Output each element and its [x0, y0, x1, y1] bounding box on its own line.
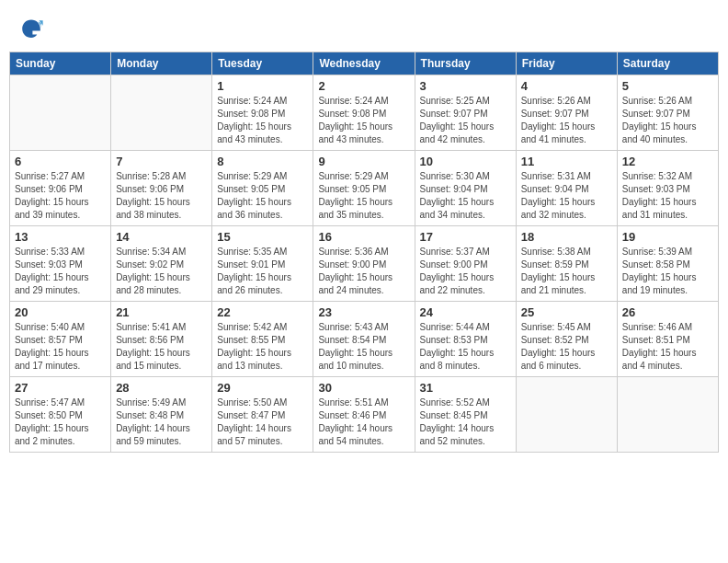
- day-number: 28: [116, 381, 207, 395]
- day-info: Sunrise: 5:41 AM Sunset: 8:56 PM Dayligh…: [116, 321, 207, 373]
- calendar-cell: 15Sunrise: 5:35 AM Sunset: 9:01 PM Dayli…: [212, 226, 313, 302]
- day-number: 29: [217, 381, 308, 395]
- calendar-cell: 23Sunrise: 5:43 AM Sunset: 8:54 PM Dayli…: [313, 302, 415, 377]
- calendar-week-4: 20Sunrise: 5:40 AM Sunset: 8:57 PM Dayli…: [10, 302, 719, 377]
- column-header-thursday: Thursday: [415, 52, 516, 75]
- day-info: Sunrise: 5:37 AM Sunset: 9:00 PM Dayligh…: [420, 246, 511, 297]
- day-info: Sunrise: 5:34 AM Sunset: 9:02 PM Dayligh…: [116, 246, 207, 297]
- calendar-week-2: 6Sunrise: 5:27 AM Sunset: 9:06 PM Daylig…: [10, 151, 719, 226]
- calendar-cell: 9Sunrise: 5:29 AM Sunset: 9:05 PM Daylig…: [313, 151, 415, 226]
- day-info: Sunrise: 5:30 AM Sunset: 9:04 PM Dayligh…: [420, 170, 511, 222]
- day-number: 22: [217, 305, 308, 319]
- calendar-cell: [516, 377, 617, 453]
- calendar-cell: [111, 75, 212, 151]
- day-info: Sunrise: 5:35 AM Sunset: 9:01 PM Dayligh…: [217, 246, 308, 297]
- day-number: 25: [521, 305, 612, 319]
- day-number: 13: [15, 230, 106, 244]
- calendar-cell: 19Sunrise: 5:39 AM Sunset: 8:58 PM Dayli…: [617, 226, 718, 302]
- calendar-week-1: 1Sunrise: 5:24 AM Sunset: 9:08 PM Daylig…: [10, 75, 719, 151]
- calendar-week-5: 27Sunrise: 5:47 AM Sunset: 8:50 PM Dayli…: [10, 377, 719, 453]
- day-info: Sunrise: 5:33 AM Sunset: 9:03 PM Dayligh…: [15, 246, 106, 297]
- day-info: Sunrise: 5:28 AM Sunset: 9:06 PM Dayligh…: [116, 170, 207, 222]
- logo: [18, 17, 48, 42]
- calendar-cell: 18Sunrise: 5:38 AM Sunset: 8:59 PM Dayli…: [516, 226, 617, 302]
- day-info: Sunrise: 5:27 AM Sunset: 9:06 PM Dayligh…: [15, 170, 106, 222]
- calendar-cell: 13Sunrise: 5:33 AM Sunset: 9:03 PM Dayli…: [10, 226, 111, 302]
- calendar-cell: 22Sunrise: 5:42 AM Sunset: 8:55 PM Dayli…: [212, 302, 313, 377]
- day-info: Sunrise: 5:43 AM Sunset: 8:54 PM Dayligh…: [318, 321, 409, 373]
- day-number: 4: [521, 79, 612, 93]
- page-header: [9, 9, 719, 46]
- column-header-sunday: Sunday: [10, 52, 111, 75]
- day-number: 27: [15, 381, 106, 395]
- day-number: 14: [116, 230, 207, 244]
- day-info: Sunrise: 5:25 AM Sunset: 9:07 PM Dayligh…: [420, 95, 511, 146]
- calendar-cell: [10, 75, 111, 151]
- calendar-cell: 14Sunrise: 5:34 AM Sunset: 9:02 PM Dayli…: [111, 226, 212, 302]
- column-header-monday: Monday: [111, 52, 212, 75]
- calendar-cell: 24Sunrise: 5:44 AM Sunset: 8:53 PM Dayli…: [415, 302, 516, 377]
- day-number: 18: [521, 230, 612, 244]
- day-info: Sunrise: 5:47 AM Sunset: 8:50 PM Dayligh…: [15, 396, 106, 448]
- calendar-cell: 27Sunrise: 5:47 AM Sunset: 8:50 PM Dayli…: [10, 377, 111, 453]
- day-number: 21: [116, 305, 207, 319]
- calendar-cell: 7Sunrise: 5:28 AM Sunset: 9:06 PM Daylig…: [111, 151, 212, 226]
- day-info: Sunrise: 5:40 AM Sunset: 8:57 PM Dayligh…: [15, 321, 106, 373]
- calendar-cell: 16Sunrise: 5:36 AM Sunset: 9:00 PM Dayli…: [313, 226, 415, 302]
- day-number: 15: [217, 230, 308, 244]
- day-number: 1: [217, 79, 308, 93]
- calendar-week-3: 13Sunrise: 5:33 AM Sunset: 9:03 PM Dayli…: [10, 226, 719, 302]
- day-number: 23: [318, 305, 409, 319]
- day-info: Sunrise: 5:36 AM Sunset: 9:00 PM Dayligh…: [318, 246, 409, 297]
- calendar-cell: 12Sunrise: 5:32 AM Sunset: 9:03 PM Dayli…: [617, 151, 718, 226]
- calendar-header-row: SundayMondayTuesdayWednesdayThursdayFrid…: [10, 52, 719, 75]
- column-header-wednesday: Wednesday: [313, 52, 415, 75]
- calendar-cell: 4Sunrise: 5:26 AM Sunset: 9:07 PM Daylig…: [516, 75, 617, 151]
- calendar-cell: 3Sunrise: 5:25 AM Sunset: 9:07 PM Daylig…: [415, 75, 516, 151]
- calendar-cell: 26Sunrise: 5:46 AM Sunset: 8:51 PM Dayli…: [617, 302, 718, 377]
- day-number: 3: [420, 79, 511, 93]
- calendar-cell: 21Sunrise: 5:41 AM Sunset: 8:56 PM Dayli…: [111, 302, 212, 377]
- day-info: Sunrise: 5:42 AM Sunset: 8:55 PM Dayligh…: [217, 321, 308, 373]
- day-number: 6: [15, 155, 106, 168]
- day-number: 8: [217, 155, 308, 168]
- day-info: Sunrise: 5:45 AM Sunset: 8:52 PM Dayligh…: [521, 321, 612, 373]
- day-info: Sunrise: 5:38 AM Sunset: 8:59 PM Dayligh…: [521, 246, 612, 297]
- calendar-cell: 25Sunrise: 5:45 AM Sunset: 8:52 PM Dayli…: [516, 302, 617, 377]
- day-info: Sunrise: 5:39 AM Sunset: 8:58 PM Dayligh…: [622, 246, 713, 297]
- day-number: 16: [318, 230, 409, 244]
- calendar-cell: 5Sunrise: 5:26 AM Sunset: 9:07 PM Daylig…: [617, 75, 718, 151]
- calendar-cell: 31Sunrise: 5:52 AM Sunset: 8:45 PM Dayli…: [415, 377, 516, 453]
- day-number: 11: [521, 155, 612, 168]
- calendar-cell: 29Sunrise: 5:50 AM Sunset: 8:47 PM Dayli…: [212, 377, 313, 453]
- calendar-cell: 10Sunrise: 5:30 AM Sunset: 9:04 PM Dayli…: [415, 151, 516, 226]
- calendar-cell: 2Sunrise: 5:24 AM Sunset: 9:08 PM Daylig…: [313, 75, 415, 151]
- day-info: Sunrise: 5:24 AM Sunset: 9:08 PM Dayligh…: [217, 95, 308, 146]
- day-info: Sunrise: 5:26 AM Sunset: 9:07 PM Dayligh…: [521, 95, 612, 146]
- day-number: 12: [622, 155, 713, 168]
- column-header-tuesday: Tuesday: [212, 52, 313, 75]
- calendar-cell: 11Sunrise: 5:31 AM Sunset: 9:04 PM Dayli…: [516, 151, 617, 226]
- day-info: Sunrise: 5:24 AM Sunset: 9:08 PM Dayligh…: [318, 95, 409, 146]
- day-number: 19: [622, 230, 713, 244]
- day-info: Sunrise: 5:44 AM Sunset: 8:53 PM Dayligh…: [420, 321, 511, 373]
- calendar-cell: 17Sunrise: 5:37 AM Sunset: 9:00 PM Dayli…: [415, 226, 516, 302]
- day-number: 30: [318, 381, 409, 395]
- day-number: 24: [420, 305, 511, 319]
- day-info: Sunrise: 5:50 AM Sunset: 8:47 PM Dayligh…: [217, 396, 308, 448]
- logo-icon: [18, 17, 44, 42]
- day-info: Sunrise: 5:32 AM Sunset: 9:03 PM Dayligh…: [622, 170, 713, 222]
- calendar-cell: 1Sunrise: 5:24 AM Sunset: 9:08 PM Daylig…: [212, 75, 313, 151]
- day-info: Sunrise: 5:29 AM Sunset: 9:05 PM Dayligh…: [318, 170, 409, 222]
- calendar-table: SundayMondayTuesdayWednesdayThursdayFrid…: [9, 52, 719, 453]
- day-number: 5: [622, 79, 713, 93]
- day-number: 26: [622, 305, 713, 319]
- day-info: Sunrise: 5:26 AM Sunset: 9:07 PM Dayligh…: [622, 95, 713, 146]
- calendar-cell: 20Sunrise: 5:40 AM Sunset: 8:57 PM Dayli…: [10, 302, 111, 377]
- calendar-cell: 28Sunrise: 5:49 AM Sunset: 8:48 PM Dayli…: [111, 377, 212, 453]
- day-number: 20: [15, 305, 106, 319]
- day-number: 7: [116, 155, 207, 168]
- day-info: Sunrise: 5:52 AM Sunset: 8:45 PM Dayligh…: [420, 396, 511, 448]
- day-number: 10: [420, 155, 511, 168]
- day-number: 31: [420, 381, 511, 395]
